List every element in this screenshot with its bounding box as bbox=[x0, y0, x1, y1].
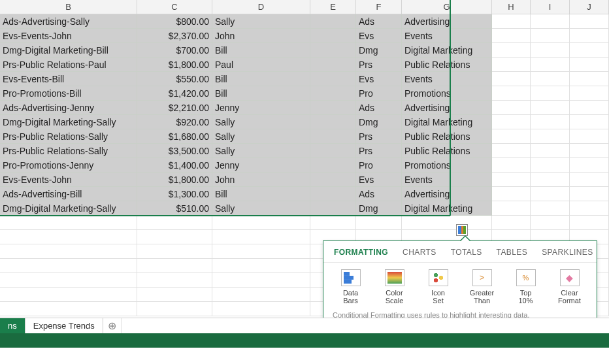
cell[interactable]: Evs bbox=[356, 29, 402, 43]
cell[interactable]: $920.00 bbox=[137, 115, 212, 129]
cell[interactable] bbox=[492, 201, 531, 216]
cell[interactable] bbox=[310, 72, 356, 86]
sheet-tab-partial[interactable]: ns bbox=[0, 318, 25, 333]
cell[interactable] bbox=[0, 244, 137, 259]
tab-sparklines[interactable]: SPARKLINES bbox=[542, 248, 593, 257]
sheet-tab-expense-trends[interactable]: Expense Trends bbox=[25, 318, 103, 333]
cell[interactable] bbox=[212, 288, 310, 302]
cell[interactable]: Evs bbox=[356, 72, 402, 86]
col-header[interactable]: J bbox=[570, 0, 609, 14]
cell[interactable] bbox=[212, 259, 310, 273]
cell[interactable] bbox=[0, 230, 137, 244]
cell[interactable]: Sally bbox=[212, 129, 310, 144]
format-option-top[interactable]: %Top10% bbox=[506, 269, 546, 305]
cell[interactable]: Ads-Advertising-Jenny bbox=[0, 101, 137, 115]
table-row[interactable]: Evs-Events-Bill$550.00BillEvsEvents bbox=[0, 72, 609, 86]
cell[interactable] bbox=[531, 201, 570, 216]
cell[interactable]: Prs bbox=[356, 129, 402, 144]
cell[interactable]: Sally bbox=[212, 201, 310, 216]
cell[interactable]: Advertising bbox=[402, 101, 492, 115]
cell[interactable] bbox=[137, 230, 212, 244]
cell[interactable] bbox=[492, 86, 531, 101]
cell[interactable]: Dmg bbox=[356, 115, 402, 129]
cell[interactable]: Promotions bbox=[402, 86, 492, 101]
cell[interactable] bbox=[531, 101, 570, 115]
cell[interactable]: Evs-Events-John bbox=[0, 173, 137, 187]
cell[interactable]: Digital Marketing bbox=[402, 43, 492, 58]
cell[interactable] bbox=[492, 101, 531, 115]
cell[interactable] bbox=[570, 72, 609, 86]
cell[interactable] bbox=[310, 14, 356, 29]
cell[interactable]: Public Relations bbox=[402, 58, 492, 72]
cell[interactable]: $1,800.00 bbox=[137, 58, 212, 72]
cell[interactable] bbox=[570, 216, 609, 230]
cell[interactable] bbox=[356, 216, 402, 230]
cell[interactable] bbox=[531, 144, 570, 158]
cell[interactable] bbox=[492, 72, 531, 86]
cell[interactable] bbox=[0, 302, 137, 316]
cell[interactable] bbox=[137, 244, 212, 259]
cell[interactable] bbox=[531, 129, 570, 144]
cell[interactable]: $3,500.00 bbox=[137, 144, 212, 158]
col-header[interactable]: B bbox=[0, 0, 137, 14]
cell[interactable] bbox=[212, 273, 310, 288]
tab-charts[interactable]: CHARTS bbox=[403, 248, 436, 257]
cell[interactable] bbox=[492, 29, 531, 43]
cell[interactable]: $1,420.00 bbox=[137, 86, 212, 101]
cell[interactable]: Sally bbox=[212, 14, 310, 29]
table-row[interactable]: Pro-Promotions-Bill$1,420.00BillProPromo… bbox=[0, 86, 609, 101]
cell[interactable] bbox=[310, 29, 356, 43]
col-header[interactable]: E bbox=[310, 0, 356, 14]
cell[interactable] bbox=[492, 115, 531, 129]
cell[interactable] bbox=[0, 288, 137, 302]
cell[interactable] bbox=[492, 129, 531, 144]
cell[interactable]: Pro-Promotions-Jenny bbox=[0, 158, 137, 173]
cell[interactable]: $1,300.00 bbox=[137, 187, 212, 201]
cell[interactable] bbox=[212, 230, 310, 244]
cell[interactable]: Prs-Public Relations-Paul bbox=[0, 58, 137, 72]
cell[interactable] bbox=[570, 115, 609, 129]
table-row[interactable]: Dmg-Digital Marketing-Bill$700.00BillDmg… bbox=[0, 43, 609, 58]
cell[interactable] bbox=[531, 72, 570, 86]
cell[interactable]: Evs-Events-Bill bbox=[0, 72, 137, 86]
cell[interactable] bbox=[310, 158, 356, 173]
cell[interactable]: $510.00 bbox=[137, 201, 212, 216]
cell[interactable]: Events bbox=[402, 29, 492, 43]
cell[interactable]: Bill bbox=[212, 86, 310, 101]
add-sheet-button[interactable]: ⊕ bbox=[103, 318, 122, 333]
cell[interactable]: $1,800.00 bbox=[137, 173, 212, 187]
cell[interactable] bbox=[310, 58, 356, 72]
cell[interactable] bbox=[0, 273, 137, 288]
cell[interactable] bbox=[492, 144, 531, 158]
table-row[interactable]: Dmg-Digital Marketing-Sally$510.00SallyD… bbox=[0, 201, 609, 216]
cell[interactable] bbox=[531, 58, 570, 72]
cell[interactable] bbox=[492, 187, 531, 201]
cell[interactable] bbox=[492, 14, 531, 29]
cell[interactable]: $2,210.00 bbox=[137, 101, 212, 115]
cell[interactable] bbox=[310, 201, 356, 216]
cell[interactable] bbox=[531, 187, 570, 201]
cell[interactable] bbox=[570, 201, 609, 216]
cell[interactable] bbox=[570, 129, 609, 144]
cell[interactable]: Public Relations bbox=[402, 129, 492, 144]
cell[interactable] bbox=[570, 158, 609, 173]
cell[interactable]: Promotions bbox=[402, 158, 492, 173]
cell[interactable] bbox=[570, 187, 609, 201]
cell[interactable] bbox=[310, 43, 356, 58]
cell[interactable]: John bbox=[212, 29, 310, 43]
table-row[interactable]: Evs-Events-John$1,800.00JohnEvsEvents bbox=[0, 173, 609, 187]
cell[interactable]: Prs-Public Relations-Sally bbox=[0, 144, 137, 158]
format-option-clear[interactable]: ◆ClearFormat bbox=[550, 269, 589, 305]
cell[interactable]: Events bbox=[402, 72, 492, 86]
cell[interactable]: $800.00 bbox=[137, 14, 212, 29]
tab-formatting[interactable]: FORMATTING bbox=[334, 248, 388, 257]
cell[interactable] bbox=[531, 43, 570, 58]
cell[interactable] bbox=[531, 29, 570, 43]
table-row[interactable]: Ads-Advertising-Jenny$2,210.00JennyAdsAd… bbox=[0, 101, 609, 115]
cell[interactable]: Prs bbox=[356, 58, 402, 72]
cell[interactable]: Bill bbox=[212, 72, 310, 86]
cell[interactable]: Dmg bbox=[356, 43, 402, 58]
table-row[interactable] bbox=[0, 216, 609, 230]
cell[interactable]: Ads bbox=[356, 101, 402, 115]
cell[interactable]: Digital Marketing bbox=[402, 115, 492, 129]
